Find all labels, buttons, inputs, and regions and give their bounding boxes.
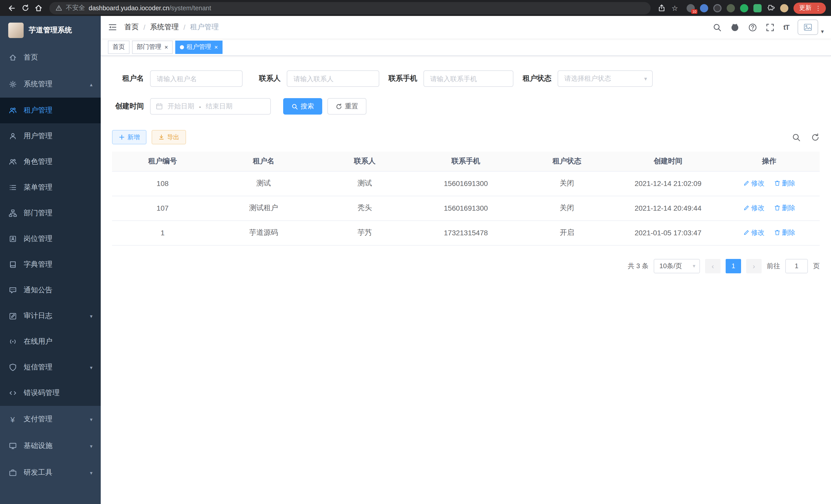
tab-home[interactable]: 首页 xyxy=(108,40,130,54)
sidebar-item-notice[interactable]: 通知公告 xyxy=(0,277,101,303)
profile-avatar-icon[interactable] xyxy=(780,4,789,12)
app-logo: 芋道管理系统 xyxy=(0,16,101,44)
total-count: 共 3 条 xyxy=(628,261,649,270)
share-button[interactable] xyxy=(655,1,668,14)
home-button[interactable] xyxy=(32,1,45,14)
status-text: 关闭 xyxy=(516,171,618,196)
breadcrumb-home[interactable]: 首页 xyxy=(124,23,139,32)
avatar[interactable] xyxy=(798,20,819,35)
phone-input[interactable] xyxy=(424,70,513,87)
reload-button[interactable] xyxy=(19,1,32,14)
col-status: 租户状态 xyxy=(516,152,618,171)
extension-icon-5[interactable] xyxy=(740,4,748,12)
hamburger-icon[interactable] xyxy=(108,23,117,32)
col-contact: 联系人 xyxy=(314,152,415,171)
filter-row-1: 租户名 联系人 联系手机 租户状态 请选择租户状态 ▾ xyxy=(112,70,820,87)
chevron-down-icon: ▾ xyxy=(821,28,824,35)
close-icon[interactable]: × xyxy=(214,44,218,50)
font-size-icon[interactable]: tT xyxy=(783,23,789,31)
book-icon xyxy=(8,260,17,269)
address-bar[interactable]: 不安全 dashboard.yudao.iocoder.cn /system/t… xyxy=(49,2,651,14)
sidebar-item-sms[interactable]: 短信管理 ▾ xyxy=(0,355,101,380)
sidebar-item-error-code[interactable]: 错误码管理 xyxy=(0,380,101,406)
search-toggle-icon[interactable] xyxy=(792,133,801,142)
next-page-button[interactable]: › xyxy=(746,259,762,273)
user-icon xyxy=(8,132,17,141)
chevron-down-icon: ▾ xyxy=(644,75,647,82)
sidebar-item-dept[interactable]: 部门管理 xyxy=(0,200,101,226)
export-button[interactable]: 导出 xyxy=(152,130,186,144)
sidebar-item-system[interactable]: 系统管理 ▴ xyxy=(0,71,101,98)
github-icon[interactable] xyxy=(730,23,740,32)
update-button[interactable]: 更新 ⋮ xyxy=(794,2,826,13)
contact-input[interactable] xyxy=(287,70,379,87)
sidebar-item-menu[interactable]: 菜单管理 xyxy=(0,175,101,200)
chevron-right-icon: › xyxy=(753,262,755,270)
extension-icon-1[interactable]: 10 xyxy=(687,4,695,12)
status-text: 开启 xyxy=(516,220,618,245)
sidebar-item-devtools[interactable]: 研发工具 ▾ xyxy=(0,459,101,486)
fullscreen-icon[interactable] xyxy=(766,23,775,32)
date-end-placeholder: 结束日期 xyxy=(206,102,233,111)
goto-suffix-label: 页 xyxy=(813,261,820,270)
filter-phone: 联系手机 xyxy=(385,70,513,87)
sidebar-item-role[interactable]: 角色管理 xyxy=(0,149,101,175)
chevron-down-icon: ▾ xyxy=(693,263,695,269)
delete-button[interactable]: 删除 xyxy=(774,228,795,237)
edit-button[interactable]: 修改 xyxy=(743,179,765,188)
puzzle-extensions-icon[interactable] xyxy=(767,4,775,12)
sidebar-item-user[interactable]: 用户管理 xyxy=(0,123,101,149)
sidebar-item-post[interactable]: 岗位管理 xyxy=(0,226,101,252)
date-separator: - xyxy=(199,102,201,110)
delete-button[interactable]: 删除 xyxy=(774,179,795,188)
star-icon: ☆ xyxy=(671,4,678,12)
download-icon xyxy=(158,134,165,140)
extension-icon-4[interactable] xyxy=(727,4,735,12)
sidebar-item-home[interactable]: 首页 xyxy=(0,44,101,71)
filter-tenant-name: 租户名 xyxy=(112,70,242,87)
delete-button[interactable]: 删除 xyxy=(774,203,795,213)
tab-tenant[interactable]: 租户管理 × xyxy=(175,40,223,54)
pagination: 共 3 条 10条/页 ▾ ‹ 1 › 前往 页 xyxy=(112,259,820,273)
reset-button[interactable]: 重置 xyxy=(327,98,366,115)
breadcrumb-system[interactable]: 系统管理 xyxy=(150,23,179,32)
bookmark-star-button[interactable]: ☆ xyxy=(668,1,682,14)
page-1-button[interactable]: 1 xyxy=(726,259,741,273)
add-button[interactable]: 新增 xyxy=(112,130,146,144)
user-avatar-menu[interactable]: ▾ xyxy=(798,20,824,35)
toolbox-icon xyxy=(8,468,17,477)
search-button[interactable]: 搜索 xyxy=(283,98,322,115)
sidebar-item-payment[interactable]: ¥ 支付管理 ▾ xyxy=(0,406,101,433)
url-path: /system/tenant xyxy=(169,4,211,11)
extension-icon-2[interactable] xyxy=(700,4,708,12)
prev-page-button[interactable]: ‹ xyxy=(705,259,720,273)
id-badge-icon xyxy=(8,235,17,243)
chevron-down-icon: ▾ xyxy=(90,364,92,370)
extension-icon-6[interactable] xyxy=(753,4,762,12)
status-label: 租户状态 xyxy=(520,74,551,83)
sidebar-item-online-user[interactable]: 在线用户 xyxy=(0,329,101,355)
col-actions: 操作 xyxy=(718,152,820,171)
status-select[interactable]: 请选择租户状态 ▾ xyxy=(557,70,653,87)
help-icon[interactable] xyxy=(748,23,757,32)
sidebar-item-dict[interactable]: 字典管理 xyxy=(0,252,101,277)
sidebar-item-infra[interactable]: 基础设施 ▾ xyxy=(0,433,101,459)
sidebar-item-tenant[interactable]: 租户管理 xyxy=(0,98,101,123)
tenant-name-input[interactable] xyxy=(150,70,242,87)
close-icon[interactable]: × xyxy=(165,44,168,50)
edit-icon xyxy=(743,229,749,236)
sidebar-item-audit-log[interactable]: 审计日志 ▾ xyxy=(0,303,101,329)
tab-dept[interactable]: 部门管理 × xyxy=(132,40,173,54)
refresh-table-icon[interactable] xyxy=(811,133,820,142)
edit-button[interactable]: 修改 xyxy=(743,228,765,237)
date-range-picker[interactable]: 开始日期 - 结束日期 xyxy=(150,98,271,115)
status-text: 关闭 xyxy=(516,196,618,220)
search-icon[interactable] xyxy=(713,23,722,32)
edit-button[interactable]: 修改 xyxy=(743,203,765,213)
back-button[interactable] xyxy=(5,1,19,14)
goto-page-input[interactable] xyxy=(785,259,808,273)
extension-icon-3[interactable] xyxy=(713,4,721,12)
breadcrumb-separator: / xyxy=(143,23,145,31)
page-size-select[interactable]: 10条/页 ▾ xyxy=(654,259,700,273)
table-row: 108 测试 测试 15601691300 关闭 2021-12-14 21:0… xyxy=(112,171,820,196)
